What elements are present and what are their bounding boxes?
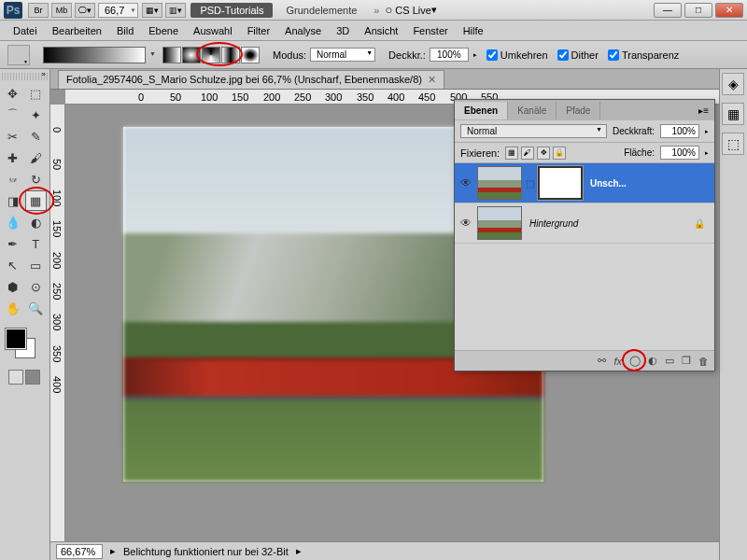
blur-tool[interactable]: 💧 — [2, 212, 24, 232]
hand-tool[interactable]: ✋ — [2, 298, 24, 318]
minibridge-button[interactable]: Mb — [51, 3, 72, 18]
gradient-reflected[interactable] — [221, 47, 240, 63]
workspace-tab[interactable]: Grundelemente — [276, 3, 366, 18]
layer-thumbnail[interactable] — [477, 166, 522, 200]
visibility-icon[interactable]: 👁 — [458, 217, 473, 230]
marquee-tool[interactable]: ⬚ — [25, 83, 48, 104]
layer-blend-dropdown[interactable]: Normal — [460, 124, 607, 138]
tab-kanaele[interactable]: Kanäle — [508, 102, 557, 119]
lasso-tool[interactable]: ⌒ — [2, 105, 24, 125]
menu-filter[interactable]: Filter — [240, 22, 277, 39]
brush-tool[interactable]: 🖌 — [25, 147, 48, 168]
shape-tool[interactable]: ▭ — [25, 255, 48, 275]
layers-panel-icon[interactable]: ◈ — [722, 73, 744, 95]
new-layer-icon[interactable]: ❐ — [682, 355, 691, 367]
gradient-diamond[interactable] — [241, 47, 260, 63]
lock-transparency-icon[interactable]: ▦ — [505, 147, 518, 160]
menu-ebene[interactable]: Ebene — [141, 22, 186, 39]
fx-icon[interactable]: fx — [613, 356, 622, 367]
lock-pixels-icon[interactable]: 🖌 — [521, 147, 534, 160]
minimize-button[interactable]: — — [654, 3, 682, 18]
screen-mode-button[interactable]: 🖵▾ — [75, 3, 95, 18]
color-swatches[interactable] — [2, 325, 43, 362]
gradient-picker[interactable] — [43, 47, 146, 63]
pen-tool[interactable]: ✒ — [2, 233, 24, 254]
adjustment-icon[interactable]: ◐ — [648, 355, 657, 367]
mask-link-icon[interactable]: ⬚ — [526, 178, 534, 189]
eraser-tool[interactable]: ◨ — [2, 190, 24, 211]
workspace-tab-active[interactable]: PSD-Tutorials — [190, 3, 273, 18]
menu-analyse[interactable]: Analyse — [277, 22, 329, 39]
tools-handle[interactable] — [2, 73, 48, 80]
link-layers-icon[interactable]: ⚯ — [598, 355, 606, 367]
layer-name[interactable]: Unsch... — [586, 178, 711, 189]
menu-hilfe[interactable]: Hilfe — [456, 22, 491, 39]
mask-thumbnail[interactable] — [538, 166, 583, 200]
gradient-tool[interactable]: ▦ — [25, 190, 48, 211]
fill-input[interactable]: 100% — [660, 146, 699, 160]
gradient-linear[interactable] — [162, 47, 181, 63]
blend-mode-dropdown[interactable]: Normal — [310, 48, 375, 62]
delete-icon[interactable]: 🗑 — [698, 356, 709, 367]
menu-ansicht[interactable]: Ansicht — [357, 22, 405, 39]
app-logo[interactable]: Ps — [4, 2, 22, 19]
heal-tool[interactable]: ✚ — [2, 147, 24, 168]
group-icon[interactable]: ▭ — [665, 355, 674, 367]
type-tool[interactable]: T — [25, 233, 48, 254]
panel-menu-icon[interactable]: ▸≡ — [693, 105, 714, 116]
history-brush-tool[interactable]: ↻ — [25, 169, 48, 189]
dither-check[interactable]: Dither — [557, 49, 599, 61]
menu-datei[interactable]: Datei — [6, 22, 45, 39]
eyedropper-tool[interactable]: ✎ — [25, 126, 48, 147]
document-tab[interactable]: Fotolia_2957406_S_Mario Schulze.jpg bei … — [58, 70, 444, 89]
quickmask-toggle[interactable] — [8, 370, 42, 386]
move-tool[interactable]: ✥ — [2, 83, 24, 104]
lock-position-icon[interactable]: ✥ — [537, 147, 550, 160]
layer-row[interactable]: 👁 Hintergrund 🔒 — [455, 203, 714, 244]
channels-panel-icon[interactable]: ▦ — [722, 103, 744, 125]
close-icon[interactable]: ✕ — [428, 74, 436, 86]
maximize-button[interactable]: □ — [684, 3, 712, 18]
bridge-button[interactable]: Br — [28, 3, 49, 18]
view-extras-button[interactable]: ▦▾ — [142, 3, 162, 18]
more-workspaces[interactable]: » — [374, 5, 379, 16]
reverse-check[interactable]: Umkehren — [486, 49, 548, 61]
status-flyout[interactable]: ▸ — [296, 545, 302, 557]
gradient-radial[interactable] — [182, 47, 201, 63]
add-mask-icon[interactable]: ◯ — [629, 355, 641, 367]
3d-tool[interactable]: ⬢ — [2, 276, 24, 297]
cslive-button[interactable]: CS Live ▾ — [385, 3, 436, 17]
menu-3d[interactable]: 3D — [329, 22, 357, 39]
crop-tool[interactable]: ✂ — [2, 126, 24, 147]
transparency-check[interactable]: Transparenz — [608, 49, 679, 61]
layer-thumbnail[interactable] — [477, 206, 522, 240]
paths-panel-icon[interactable]: ⬚ — [722, 133, 744, 155]
status-arrow[interactable]: ▸ — [110, 545, 116, 557]
opacity-flyout[interactable]: ▸ — [473, 51, 477, 59]
menu-auswahl[interactable]: Auswahl — [186, 22, 240, 39]
visibility-icon[interactable]: 👁 — [458, 176, 473, 189]
dodge-tool[interactable]: ◐ — [25, 212, 48, 232]
opacity-flyout[interactable]: ▸ — [705, 128, 709, 135]
layer-opacity-input[interactable]: 100% — [660, 124, 699, 138]
tab-pfade[interactable]: Pfade — [557, 102, 600, 119]
zoom-tool[interactable]: 🔍 — [25, 298, 48, 318]
fill-flyout[interactable]: ▸ — [705, 149, 709, 157]
tab-ebenen[interactable]: Ebenen — [455, 102, 508, 119]
opacity-input[interactable]: 100% — [430, 48, 469, 62]
3d-camera-tool[interactable]: ⊙ — [25, 276, 48, 297]
gradient-angle[interactable] — [202, 47, 220, 63]
zoom-input[interactable]: 66,67% — [56, 544, 103, 559]
menu-bearbeiten[interactable]: Bearbeiten — [45, 22, 109, 39]
fg-color[interactable] — [6, 329, 26, 349]
close-button[interactable]: ✕ — [715, 3, 743, 18]
lock-all-icon[interactable]: 🔒 — [553, 147, 566, 160]
stamp-tool[interactable]: ⎃ — [2, 169, 24, 189]
layer-name[interactable]: Hintergrund — [526, 218, 690, 229]
menu-bild[interactable]: Bild — [109, 22, 141, 39]
arrange-button[interactable]: ▥▾ — [165, 3, 186, 18]
menu-fenster[interactable]: Fenster — [405, 22, 455, 39]
wand-tool[interactable]: ✦ — [25, 105, 48, 125]
path-tool[interactable]: ↖ — [2, 255, 24, 275]
layer-row[interactable]: 👁 ⬚ Unsch... — [455, 163, 714, 203]
